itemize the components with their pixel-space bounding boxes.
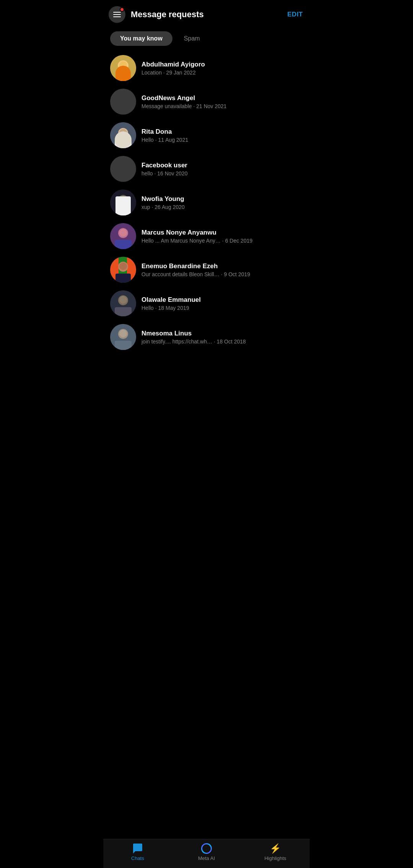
svg-point-11 bbox=[120, 196, 127, 202]
contact-preview: Hello · 18 May 2019 bbox=[141, 305, 303, 311]
svg-rect-31 bbox=[115, 341, 132, 350]
nav-item-meta-ai[interactable]: Meta AI bbox=[172, 843, 241, 861]
svg-point-4 bbox=[110, 122, 136, 148]
svg-point-0 bbox=[110, 55, 136, 81]
contact-preview: hello · 16 Nov 2020 bbox=[141, 170, 303, 177]
header-left: Message requests bbox=[109, 6, 204, 23]
avatar bbox=[110, 257, 136, 283]
contact-preview: Location · 29 Jan 2022 bbox=[141, 70, 303, 76]
contact-name: Nmesoma Linus bbox=[141, 330, 303, 337]
svg-point-15 bbox=[119, 229, 127, 236]
contact-info: Nmesoma Linus join testify.... https://c… bbox=[141, 330, 303, 345]
list-item[interactable]: GoodNews Angel Message unavailable · 21 … bbox=[103, 85, 310, 118]
contact-preview: join testify.... https://chat.wh… · 18 O… bbox=[141, 338, 303, 345]
list-item[interactable]: Abdulhamid Ayigoro Location · 29 Jan 202… bbox=[103, 51, 310, 85]
contact-name: Olawale Emmanuel bbox=[141, 296, 303, 304]
nav-item-highlights[interactable]: ⚡ Highlights bbox=[241, 843, 310, 861]
edit-button[interactable]: EDIT bbox=[287, 11, 303, 18]
svg-point-8 bbox=[110, 189, 136, 215]
chat-bubble-icon bbox=[132, 843, 143, 854]
avatar bbox=[110, 122, 136, 148]
bottom-nav: Chats Meta AI ⚡ Highlights bbox=[103, 839, 310, 868]
notification-dot bbox=[120, 7, 124, 12]
avatar bbox=[110, 55, 136, 81]
contact-info: Rita Dona Hello · 11 Aug 2021 bbox=[141, 128, 303, 143]
nav-label-chats: Chats bbox=[131, 855, 144, 861]
contact-preview: Message unavailable · 21 Nov 2021 bbox=[141, 103, 303, 109]
contact-name: Rita Dona bbox=[141, 128, 303, 136]
avatar bbox=[110, 89, 136, 115]
page-title: Message requests bbox=[131, 10, 204, 19]
svg-point-28 bbox=[119, 296, 127, 304]
contact-name: Marcus Nonye Anyanwu bbox=[141, 229, 303, 236]
svg-point-32 bbox=[119, 330, 127, 337]
contact-info: Olawale Emmanuel Hello · 18 May 2019 bbox=[141, 296, 303, 311]
contact-name: GoodNews Angel bbox=[141, 94, 303, 102]
meta-ai-icon bbox=[201, 843, 212, 854]
tab-spam[interactable]: Spam bbox=[184, 35, 200, 42]
svg-rect-2 bbox=[115, 73, 131, 81]
contact-info: GoodNews Angel Message unavailable · 21 … bbox=[141, 94, 303, 109]
contact-preview: Hello ... Am Marcus Nonye Any… · 6 Dec 2… bbox=[141, 238, 303, 244]
avatar bbox=[110, 324, 136, 350]
tab-filter: You may know Spam bbox=[103, 28, 310, 51]
tab-you-may-know[interactable]: You may know bbox=[110, 31, 172, 46]
hamburger-icon bbox=[113, 12, 121, 17]
menu-button[interactable] bbox=[109, 6, 125, 23]
contact-preview: xup · 26 Aug 2020 bbox=[141, 204, 303, 210]
nav-label-highlights: Highlights bbox=[264, 855, 286, 861]
svg-point-9 bbox=[119, 195, 128, 204]
avatar bbox=[110, 290, 136, 316]
list-item[interactable]: Nmesoma Linus join testify.... https://c… bbox=[103, 320, 310, 354]
svg-rect-27 bbox=[115, 307, 132, 316]
contact-name: Nwofia Young bbox=[141, 195, 303, 203]
svg-rect-6 bbox=[115, 140, 132, 148]
list-item[interactable]: Facebook user hello · 16 Nov 2020 bbox=[103, 152, 310, 186]
svg-point-3 bbox=[119, 61, 127, 69]
list-item[interactable]: Rita Dona Hello · 11 Aug 2021 bbox=[103, 118, 310, 152]
contact-info: Marcus Nonye Anyanwu Hello ... Am Marcus… bbox=[141, 229, 303, 244]
list-item[interactable]: Enemuo Benardine Ezeh Our account detail… bbox=[103, 253, 310, 287]
contact-info: Abdulhamid Ayigoro Location · 29 Jan 202… bbox=[141, 61, 303, 76]
contact-preview: Hello · 11 Aug 2021 bbox=[141, 137, 303, 143]
contact-info: Enemuo Benardine Ezeh Our account detail… bbox=[141, 262, 303, 277]
nav-label-meta-ai: Meta AI bbox=[198, 855, 215, 861]
list-item[interactable]: Nwofia Young xup · 26 Aug 2020 bbox=[103, 186, 310, 219]
contact-info: Nwofia Young xup · 26 Aug 2020 bbox=[141, 195, 303, 210]
contact-info: Facebook user hello · 16 Nov 2020 bbox=[141, 162, 303, 177]
avatar bbox=[110, 189, 136, 215]
avatar bbox=[110, 156, 136, 182]
svg-point-7 bbox=[119, 129, 127, 136]
contact-name: Enemuo Benardine Ezeh bbox=[141, 262, 303, 270]
avatar bbox=[110, 223, 136, 249]
list-item[interactable]: Marcus Nonye Anyanwu Hello ... Am Marcus… bbox=[103, 219, 310, 253]
contact-list: Abdulhamid Ayigoro Location · 29 Jan 202… bbox=[103, 51, 310, 354]
list-item[interactable]: Olawale Emmanuel Hello · 18 May 2019 bbox=[103, 287, 310, 320]
contact-name: Facebook user bbox=[141, 162, 303, 169]
contact-name: Abdulhamid Ayigoro bbox=[141, 61, 303, 68]
svg-rect-10 bbox=[116, 206, 130, 215]
nav-item-chats[interactable]: Chats bbox=[103, 843, 172, 861]
svg-rect-24 bbox=[110, 257, 136, 283]
header: Message requests EDIT bbox=[103, 0, 310, 28]
contact-preview: Our account details Bleon Skill… · 9 Oct… bbox=[141, 271, 303, 277]
svg-rect-14 bbox=[115, 240, 132, 249]
lightning-icon: ⚡ bbox=[270, 843, 281, 854]
